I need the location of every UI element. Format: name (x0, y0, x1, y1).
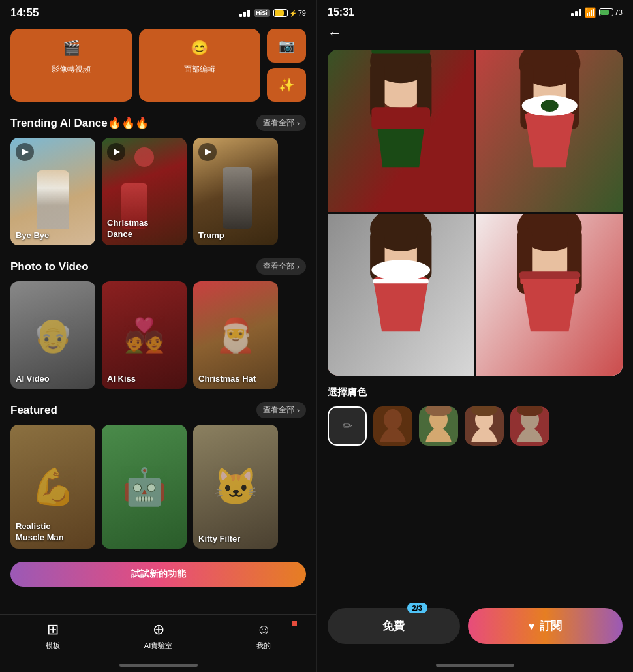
ai-video-btn[interactable]: 🎬 影像轉視頻 (10, 29, 132, 102)
profile-badge (292, 621, 297, 626)
svg-rect-22 (373, 279, 429, 283)
skin-options: ✏ (328, 406, 623, 446)
photo-cell-3[interactable] (328, 214, 474, 376)
featured-cards: 💪 RealisticMuscle Man 🤖 🐱 Kitty Filter (0, 425, 316, 557)
quick-actions: 🎬 影像轉視頻 😊 面部編輯 📷 ✨ (0, 23, 316, 110)
trending-section-header: Trending AI Dance🔥🔥🔥 查看全部 › (0, 110, 316, 138)
camera-icon: 📷 (279, 38, 295, 53)
chevron-right-icon-3: › (297, 406, 300, 415)
bottom-actions: 2/3 免費 ♥ 訂閱 (317, 600, 633, 664)
skin-option-dark[interactable] (373, 406, 412, 446)
bottom-nav: ⊞ 模板 ⊕ AI實驗室 ☺ 我的 (0, 614, 316, 664)
small-action-2[interactable]: ✨ (267, 68, 306, 102)
nav-ai-lab-label: AI實驗室 (144, 641, 172, 650)
photo-cell-4[interactable] (476, 214, 623, 376)
card-label-bye-bye: Bye Bye (16, 230, 49, 240)
card-christmas-hat[interactable]: 🎅 Christmas Hat (193, 281, 278, 389)
card-kitty-filter[interactable]: 🐱 Kitty Filter (193, 425, 278, 549)
card-muscle-man[interactable]: 💪 RealisticMuscle Man (10, 425, 95, 549)
status-icons-right: 📶 73 (571, 7, 623, 18)
card-label-muscle: RealisticMuscle Man (16, 521, 64, 543)
try-banner-text: 試試新的功能 (131, 568, 186, 579)
chevron-right-icon: › (297, 119, 300, 128)
nav-template-label: 模板 (46, 641, 60, 650)
bottom-line-left (119, 664, 198, 667)
card-lego[interactable]: 🤖 (102, 425, 187, 549)
ai-video-label: 影像轉視頻 (52, 64, 91, 75)
usage-counter: 2/3 (407, 603, 427, 613)
featured-title: Featured (10, 404, 57, 417)
skin-title: 選擇膚色 (328, 386, 623, 399)
small-actions: 📷 ✨ (267, 29, 306, 102)
card-ai-kiss[interactable]: 💑 AI Kiss (102, 281, 187, 389)
profile-icon: ☺ (256, 621, 271, 638)
heart-icon: ♥ (529, 620, 535, 632)
photo-video-title: Photo to Video (10, 260, 89, 273)
left-panel: 14:55 HiSi ⚡ 79 🎬 影像轉視頻 😊 面部編輯 (0, 0, 316, 672)
status-bar-right: 15:31 📶 73 (317, 0, 633, 22)
battery-left: ⚡ 79 (273, 9, 306, 17)
skin-color-section: 選擇膚色 ✏ (317, 376, 633, 452)
play-btn-christmas[interactable] (107, 143, 125, 161)
signal-icon (239, 10, 250, 17)
lightning-icon: ⚡ (289, 10, 297, 17)
back-arrow-icon: ← (328, 25, 342, 41)
card-label-ai-video: AI Video (16, 374, 50, 384)
featured-section-header: Featured 查看全部 › (0, 397, 316, 425)
skin-option-light[interactable] (465, 406, 504, 446)
photo-video-view-all-text: 查看全部 (263, 261, 294, 272)
svg-rect-29 (519, 271, 580, 279)
svg-point-31 (384, 409, 402, 430)
photo-video-view-all[interactable]: 查看全部 › (256, 258, 306, 275)
trending-cards: Bye Bye ChristmasDance Trump (0, 138, 316, 253)
subscribe-button[interactable]: ♥ 訂閱 (468, 608, 623, 644)
card-label-kitty: Kitty Filter (198, 534, 240, 543)
trending-view-all[interactable]: 查看全部 › (256, 115, 306, 131)
trending-title: Trending AI Dance🔥🔥🔥 (10, 116, 149, 130)
ai-lab-icon: ⊕ (153, 621, 164, 638)
card-label-ai-kiss: AI Kiss (107, 374, 136, 384)
time-left: 14:55 (10, 7, 39, 20)
try-new-feature-banner[interactable]: 試試新的功能 (10, 562, 306, 587)
skin-option-custom[interactable]: ✏ (328, 406, 367, 446)
face-edit-icon: 😊 (188, 37, 211, 60)
card-trump[interactable]: Trump (193, 138, 278, 245)
play-btn-bye-bye[interactable] (16, 143, 34, 161)
card-label-trump: Trump (198, 230, 224, 240)
ai-video-icon: 🎬 (59, 37, 83, 60)
featured-view-all[interactable]: 查看全部 › (256, 402, 306, 418)
svg-point-15 (540, 100, 558, 112)
status-icons-left: HiSi ⚡ 79 (239, 9, 306, 17)
photo-cell-2[interactable] (476, 50, 623, 212)
time-right: 15:31 (328, 7, 354, 18)
card-bye-bye[interactable]: Bye Bye (10, 138, 95, 245)
battery-right: 73 (599, 8, 623, 16)
photo-cell-1[interactable] (328, 50, 474, 212)
wifi-icon: 📶 (585, 7, 596, 18)
free-button[interactable]: 2/3 免費 (328, 608, 460, 644)
free-btn-text: 免費 (382, 620, 405, 632)
nav-template[interactable]: ⊞ 模板 (0, 621, 106, 650)
photo-video-cards: 👴 AI Video 💑 AI Kiss 🎅 Christmas Hat (0, 281, 316, 397)
nav-profile[interactable]: ☺ 我的 (211, 621, 316, 650)
photo-grid (328, 50, 623, 376)
back-button[interactable]: ← (317, 22, 633, 50)
trending-view-all-text: 查看全部 (263, 117, 294, 129)
card-label-christmas-hat: Christmas Hat (198, 374, 256, 384)
hisi-badge: HiSi (254, 9, 270, 17)
face-edit-btn[interactable]: 😊 面部編輯 (139, 29, 261, 102)
featured-view-all-text: 查看全部 (263, 405, 294, 416)
skin-option-extra[interactable] (510, 406, 549, 446)
photo-video-section-header: Photo to Video 查看全部 › (0, 253, 316, 281)
small-action-1[interactable]: 📷 (267, 29, 306, 63)
chevron-right-icon-2: › (297, 262, 300, 271)
sparkle-icon: ✨ (279, 77, 295, 93)
play-btn-trump[interactable] (198, 143, 217, 161)
template-icon: ⊞ (47, 621, 59, 638)
skin-option-medium[interactable] (419, 406, 458, 446)
card-label-christmas: ChristmasDance (107, 218, 149, 240)
nav-ai-lab[interactable]: ⊕ AI實驗室 (106, 621, 211, 650)
subscribe-btn-text: 訂閱 (540, 619, 562, 634)
card-ai-video[interactable]: 👴 AI Video (10, 281, 95, 389)
card-christmas-dance[interactable]: ChristmasDance (102, 138, 187, 245)
